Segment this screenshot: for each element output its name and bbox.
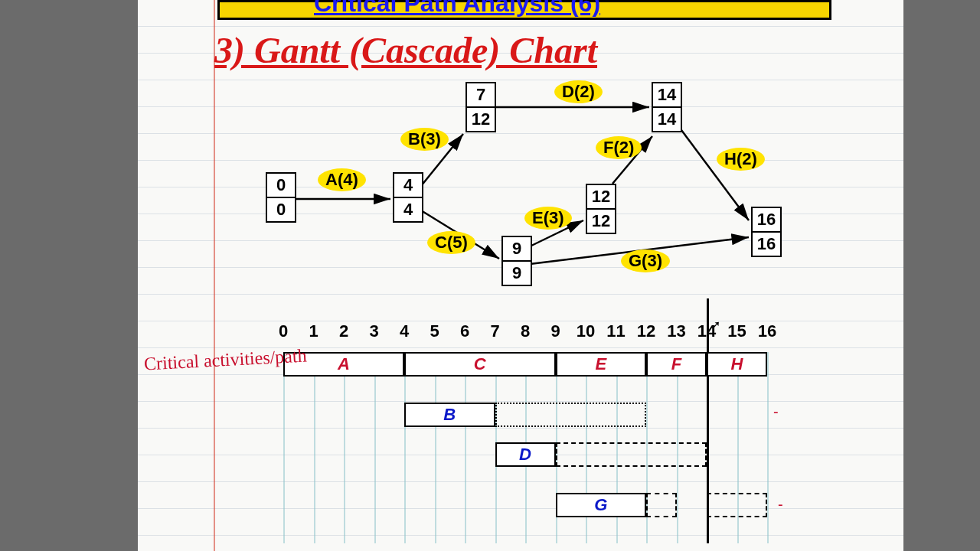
activity-label: B(3): [400, 128, 449, 151]
ruled-margin: [214, 0, 215, 551]
gantt-bar-F: F: [646, 352, 707, 377]
gantt-bar-H: H: [707, 352, 767, 377]
axis-tick-label: 16: [753, 321, 782, 341]
axis-tick-label: 2: [329, 321, 358, 341]
axis-tick-label: 3: [360, 321, 389, 341]
gantt-float: [707, 493, 767, 517]
axis-tick-label: 4: [390, 321, 419, 341]
gantt-gridline: [374, 352, 376, 543]
gantt-bar-C: C: [404, 352, 556, 377]
gantt-gridline: [314, 352, 315, 543]
axis-tick-label: 7: [481, 321, 510, 341]
axis-tick-label: 8: [511, 321, 540, 341]
gantt-chart: 012345678910111213141516 ACEFHBDG: [283, 321, 773, 543]
axis-tick-label: 10: [571, 321, 600, 341]
gantt-float: [556, 442, 707, 467]
axis-tick-label: 6: [450, 321, 479, 341]
event-node: 1212: [586, 184, 616, 234]
gantt-gridline: [767, 352, 769, 543]
gantt-gridline: [404, 352, 406, 543]
event-node: 99: [501, 236, 532, 286]
activity-label: G(3): [621, 249, 670, 272]
activity-label: D(2): [554, 80, 603, 103]
event-node: 1616: [751, 207, 782, 257]
activity-label: H(2): [717, 148, 765, 171]
gantt-bar-E: E: [556, 352, 647, 377]
red-mark: -: [773, 403, 779, 421]
gantt-gridline: [435, 352, 436, 543]
axis-tick-label: 1: [299, 321, 328, 341]
event-node: 00: [266, 172, 296, 223]
activity-label: F(2): [596, 136, 642, 159]
axis-tick-label: 9: [541, 321, 570, 341]
activity-label: E(3): [524, 207, 572, 230]
section-heading: 3) Gantt (Cascade) Chart: [214, 29, 597, 71]
axis-tick-label: 5: [420, 321, 449, 341]
red-mark: -: [778, 496, 783, 514]
mouse-cursor-icon: ➚: [710, 318, 720, 332]
axis-tick-label: 11: [602, 321, 631, 341]
slide-title: Critical Path Analysis (6): [314, 0, 600, 18]
gantt-bar-G: G: [556, 493, 647, 517]
event-node: 44: [393, 172, 423, 223]
gantt-gridline: [344, 352, 345, 543]
axis-tick-label: 0: [269, 321, 298, 341]
gantt-float: [646, 493, 677, 517]
gantt-gridline: [283, 352, 285, 543]
event-node: 712: [466, 82, 496, 132]
gantt-bar-D: D: [495, 442, 556, 467]
gantt-gridline: [465, 352, 466, 543]
activity-label: C(5): [427, 231, 475, 254]
axis-tick-label: 13: [662, 321, 691, 341]
gantt-bar-B: B: [404, 403, 495, 427]
activity-label: A(4): [318, 168, 366, 191]
event-node: 1414: [652, 82, 682, 132]
axis-tick-label: 15: [723, 321, 752, 341]
axis-tick-label: 12: [632, 321, 661, 341]
gantt-float: [495, 403, 647, 427]
